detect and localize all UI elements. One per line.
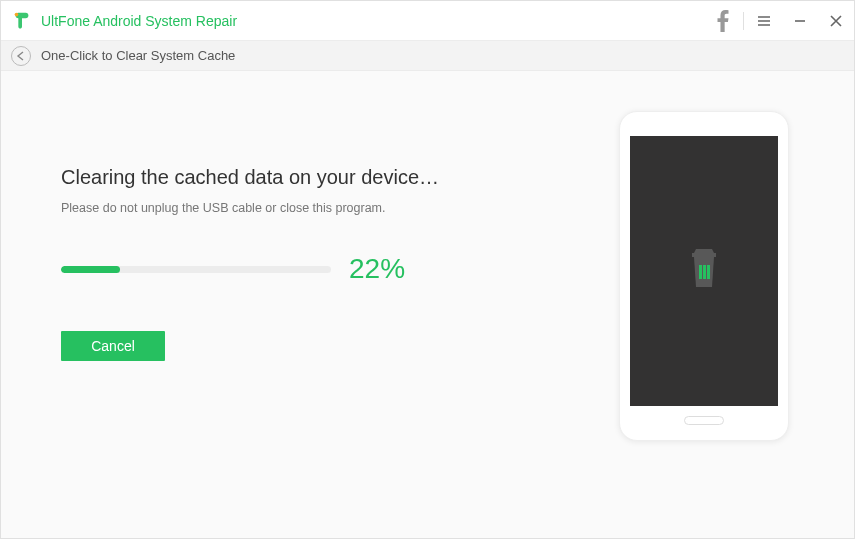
content-area: Clearing the cached data on your device…… <box>1 71 854 538</box>
back-button[interactable] <box>11 46 31 66</box>
svg-rect-3 <box>703 265 706 279</box>
minimize-icon[interactable] <box>782 1 818 41</box>
window-controls <box>705 1 854 40</box>
progress-subtext: Please do not unplug the USB cable or cl… <box>61 201 514 215</box>
breadcrumb: One-Click to Clear System Cache <box>1 41 854 71</box>
progress-percent: 22% <box>349 253 405 285</box>
progress-row: 22% <box>61 253 514 285</box>
phone-frame <box>619 111 789 441</box>
svg-rect-4 <box>707 265 710 279</box>
titlebar: UltFone Android System Repair <box>1 1 854 41</box>
svg-point-0 <box>15 12 19 16</box>
trash-icon <box>682 245 726 297</box>
cancel-button[interactable]: Cancel <box>61 331 165 361</box>
facebook-icon[interactable] <box>705 1 741 41</box>
close-icon[interactable] <box>818 1 854 41</box>
phone-mockup-panel <box>554 71 854 538</box>
phone-screen <box>630 136 778 406</box>
progress-panel: Clearing the cached data on your device…… <box>1 71 554 538</box>
breadcrumb-label: One-Click to Clear System Cache <box>41 48 235 63</box>
separator <box>743 12 744 30</box>
svg-rect-2 <box>699 265 702 279</box>
app-logo-icon <box>11 10 33 32</box>
menu-icon[interactable] <box>746 1 782 41</box>
app-title: UltFone Android System Repair <box>41 13 705 29</box>
phone-home-button <box>684 416 724 425</box>
svg-rect-1 <box>692 253 716 257</box>
progress-bar <box>61 266 331 273</box>
progress-heading: Clearing the cached data on your device… <box>61 166 514 189</box>
progress-fill <box>61 266 120 273</box>
